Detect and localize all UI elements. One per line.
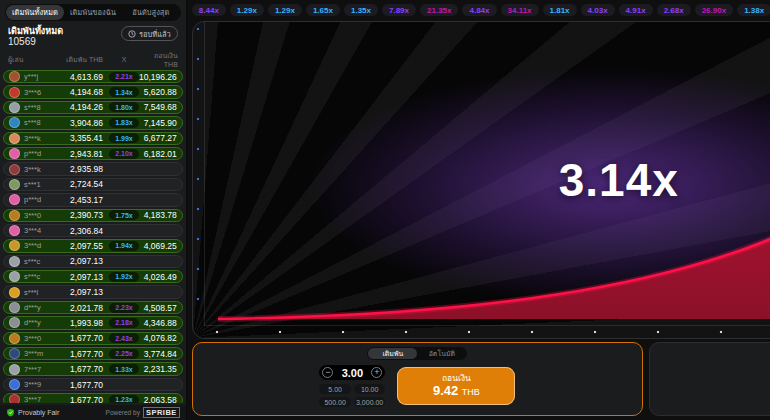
panel1-tab-auto[interactable]: อัตโนมัติ: [417, 348, 466, 359]
clock-history-icon: [128, 30, 136, 38]
player-name: s***8: [24, 103, 57, 112]
quick-amount-button[interactable]: 500.00: [319, 397, 351, 407]
col-cashout: ถอนเงิน THB: [139, 50, 178, 68]
avatar: [9, 287, 20, 298]
player-name: d***y: [24, 318, 57, 327]
quick-amount-button[interactable]: 5.00: [319, 384, 351, 394]
history-multiplier[interactable]: 26.90x: [695, 4, 733, 16]
history-multiplier[interactable]: 1.38x: [737, 4, 770, 16]
bet-amount: 1,677.70: [57, 364, 103, 374]
spribe-logo: SPRIBE: [143, 407, 180, 418]
multiplier-badge: 1.92x: [109, 272, 139, 282]
bet-amount: 2,943.81: [57, 149, 103, 159]
sidebar-tab-bar: เดิมพันทั้งหมด เดิมพันของฉัน อันดับสูงสุ…: [5, 4, 181, 21]
multiplier-badge: 2.23x: [109, 303, 139, 313]
cashout-amount: 7,145.90: [139, 118, 177, 128]
panel1-tab-bet[interactable]: เดิมพัน: [368, 348, 417, 359]
player-name: s***c: [24, 257, 57, 266]
history-multiplier[interactable]: 21.35x: [420, 4, 458, 16]
table-row: s***l 2,097.13: [3, 285, 183, 298]
avatar: [9, 333, 20, 344]
history-multiplier[interactable]: 4.03x: [581, 4, 615, 16]
bet-panels: เดิมพัน อัตโนมัติ − 3.00 + 5.00: [192, 342, 770, 416]
quick-amount-button[interactable]: 3,000.00: [354, 397, 386, 407]
tab-top[interactable]: อันดับสูงสุด: [122, 5, 180, 20]
cashout-amount: 2,063.58: [139, 395, 177, 403]
round-history-bar: 8.44x 1.29x 1.29x 1.65x 1.35x 7.89x 21.3…: [192, 1, 770, 19]
previous-round-button[interactable]: รอบที่แล้ว: [121, 26, 178, 41]
history-multiplier[interactable]: 1.35x: [344, 4, 378, 16]
avatar: [9, 179, 20, 190]
avatar: [9, 302, 20, 313]
sidebar-header: เดิมพันทั้งหมด 10569 รอบที่แล้ว: [0, 24, 186, 48]
history-multiplier[interactable]: 1.65x: [306, 4, 340, 16]
avatar: [9, 133, 20, 144]
bets-sidebar: เดิมพันทั้งหมด เดิมพันของฉัน อันดับสูงสุ…: [0, 0, 187, 420]
bet-amount: 2,724.54: [57, 179, 103, 189]
multiplier-badge: 2.18x: [109, 318, 139, 328]
avatar: [9, 148, 20, 159]
table-row: 3***0 2,390.73 1.75x 4,183.78: [3, 209, 183, 222]
bet-amount: 3,904.86: [57, 118, 103, 128]
bet-amount: 2,097.55: [57, 241, 103, 251]
x-axis-dots: [215, 330, 770, 334]
avatar: [9, 87, 20, 98]
cashout-amount: 4,026.49: [139, 272, 177, 282]
bet-panel-2: — เดิมพัน อัตโนมัติ − 3.00 +: [649, 342, 770, 416]
player-name: 3***k: [24, 165, 57, 174]
history-multiplier[interactable]: 7.89x: [382, 4, 416, 16]
panel1-quick-amounts: 5.00 10.00 500.00 3,000.00: [319, 384, 385, 407]
multiplier-badge: 1.34x: [109, 87, 139, 97]
history-multiplier[interactable]: 4.84x: [462, 4, 496, 16]
history-multiplier[interactable]: 1.29x: [268, 4, 302, 16]
player-name: s***8: [24, 118, 57, 127]
tab-my-bets[interactable]: เดิมพันของฉัน: [64, 5, 122, 20]
table-row: 7***7 1,677.70 1.33x 2,231.35: [3, 362, 183, 375]
table-row: 3***7 1,677.70 1.23x 2,063.58: [3, 393, 183, 403]
history-multiplier[interactable]: 4.91x: [619, 4, 653, 16]
cashout-button[interactable]: ถอนเงิน 9.42 THB: [397, 367, 515, 405]
multiplier-badge: 2.43x: [109, 333, 139, 343]
history-multiplier[interactable]: 1.29x: [230, 4, 264, 16]
minus-button[interactable]: −: [322, 367, 333, 378]
player-name: 3***k: [24, 134, 57, 143]
tab-all-bets[interactable]: เดิมพันทั้งหมด: [6, 5, 64, 20]
cashout-amount: 6,677.27: [139, 133, 177, 143]
bet-amount: 4,194.26: [57, 102, 103, 112]
cashout-currency: THB: [462, 387, 480, 397]
history-multiplier[interactable]: 8.44x: [192, 4, 226, 16]
table-row: 3***4 2,306.84: [3, 224, 183, 237]
avatar: [9, 348, 20, 359]
player-name: 7***7: [24, 365, 57, 374]
player-name: 3***0: [24, 211, 57, 220]
multiplier-badge: 1.80x: [109, 102, 139, 112]
current-multiplier: 3.14x: [559, 153, 679, 207]
bet-amount: 2,097.13: [57, 256, 103, 266]
bet-amount-input[interactable]: 3.00: [342, 367, 363, 379]
multiplier-badge: 1.23x: [109, 395, 139, 403]
avatar: [9, 102, 20, 113]
history-multiplier[interactable]: 1.81x: [543, 4, 577, 16]
bet-amount: 1,677.70: [57, 349, 103, 359]
cashout-amount: 2,231.35: [139, 364, 177, 374]
total-bets-count: 10569: [8, 36, 63, 48]
bet-amount: 2,306.84: [57, 226, 103, 236]
cashout-amount: 3,774.84: [139, 349, 177, 359]
avatar: [9, 117, 20, 128]
history-multiplier[interactable]: 34.11x: [501, 4, 539, 16]
quick-amount-button[interactable]: 10.00: [354, 384, 386, 394]
player-name: 3***4: [24, 226, 57, 235]
avatar: [9, 379, 20, 390]
previous-round-label: รอบที่แล้ว: [139, 28, 171, 40]
bet-amount: 2,097.13: [57, 287, 103, 297]
provably-fair-label: Provably Fair: [18, 409, 59, 416]
table-row: y***j 4,613.69 2.21x 10,196.26: [3, 70, 183, 83]
avatar: [9, 364, 20, 375]
history-multiplier[interactable]: 2.68x: [657, 4, 691, 16]
table-row: 3***k 2,935.98: [3, 162, 183, 175]
multiplier-badge: 1.83x: [109, 118, 139, 128]
plus-button[interactable]: +: [371, 367, 382, 378]
game-canvas: 3.14x: [192, 21, 770, 339]
avatar: [9, 71, 20, 82]
player-name: s***c: [24, 272, 57, 281]
